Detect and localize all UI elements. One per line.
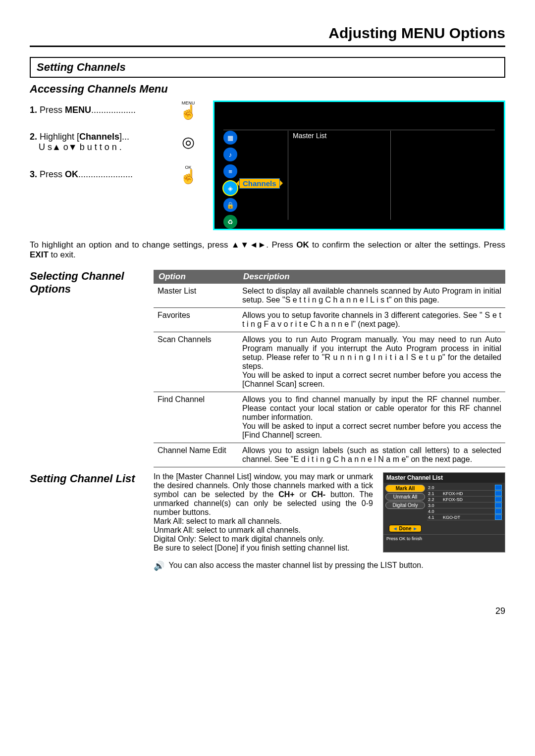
tick-icon [495,508,502,514]
section-box-heading: Setting Channels [30,57,505,78]
master-list-label: Master List [293,131,331,141]
menu-icon-audio: ♪ [223,148,237,161]
menu-icon-lock: 🔒 [223,198,237,212]
mcl-title: Master Channel List [383,473,505,483]
ch-row[interactable]: 3.0 [427,503,503,508]
mcl-done-btn[interactable]: ◄ Done ► [389,525,422,532]
page-number: 29 [30,606,505,616]
hand-press-icon: ☝ [180,104,197,120]
opt-desc: Allows you to setup favorite channels in… [238,308,505,332]
opt-desc: Allows you to run Auto Program manually.… [238,332,505,392]
step2-text: 2. Highlight [Channels]... U s▲ o▼ b u t… [30,132,173,152]
mcl-unmarkall-btn[interactable]: Unmark All [385,493,425,501]
tick-icon [495,514,502,520]
options-table: Option Description Master ListSelect to … [154,270,505,467]
th-option: Option [154,270,238,284]
page-header: Adjusting MENU Options [30,25,505,47]
navigation-instruction: To highlight an option and to change set… [30,240,505,260]
menu-icon-picture: ▦ [223,131,237,145]
menu-icon-setup: ≡ [223,164,237,178]
menu-diagram: ▦ ♪ ≡ ◈ 🔒 ♻ Channels Master List [213,101,505,230]
ch-row[interactable]: 4.0 [427,508,503,514]
mcl-footer: Press OK to finish [383,534,505,543]
dpad-icon: ◎ [182,134,195,150]
ch-row[interactable]: 2.2KFOX-SD [427,497,503,503]
opt-name: Find Channel [154,392,238,443]
master-channel-list-panel: Master Channel List Mark All Unmark All … [383,472,505,553]
tick-icon [495,497,502,502]
menu-icon-eco: ♻ [223,215,237,229]
selecting-channel-options-head: Selecting Channel Options [30,270,144,467]
ch-row[interactable]: 2.0 [427,485,503,491]
opt-name: Favorites [154,308,238,332]
note-text: 🔊 You can also access the master channel… [154,560,505,571]
th-description: Description [238,270,505,284]
ch-row[interactable]: 2.1KFOX-HD [427,491,503,497]
setting-channel-list-head: Setting Channel List [30,472,144,571]
opt-desc: Select to display all available channels… [238,284,505,308]
hand-press-icon: ☝ [180,169,197,184]
mcl-digitalonly-btn[interactable]: Digital Only [385,502,425,509]
opt-name: Scan Channels [154,332,238,392]
steps-column: 1. Press MENU.................. MENU ☝ 2… [30,101,203,230]
mcl-channel-column: 2.0 2.1KFOX-HD 2.2KFOX-SD 3.0 4.0 4.1KGO… [427,485,503,532]
tick-icon [495,491,502,496]
opt-name: Master List [154,284,238,308]
subheading-accessing: Accessing Channels Menu [30,83,505,96]
ch-row[interactable]: 4.1KGO-DT [427,514,503,520]
opt-desc: Allows you to find channel manually by i… [238,392,505,443]
step1-text: 1. Press MENU.................. [30,105,173,115]
setting-list-text: In the [Master Channel List] window, you… [154,472,373,553]
step3-text: 3. Press OK...................... [30,169,173,180]
opt-name: Channel Name Edit [154,443,238,467]
tick-icon [495,503,502,508]
tick-icon [495,485,502,490]
opt-desc: Allows you to assign labels (such as sta… [238,443,505,467]
speaker-icon: 🔊 [154,561,164,571]
channels-highlight: Channels [239,178,280,189]
mcl-markall-btn[interactable]: Mark All [385,485,425,492]
